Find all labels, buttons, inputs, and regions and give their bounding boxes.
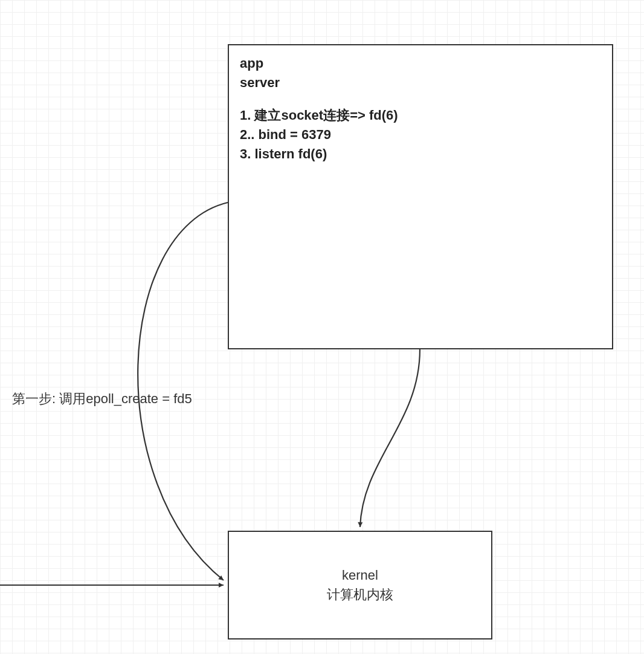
kernel-line-1: kernel [342, 566, 378, 585]
app-step-1: 1. 建立socket连接=> fd(6) [240, 106, 601, 125]
app-step-3: 3. listern fd(6) [240, 144, 601, 164]
spacer [240, 92, 601, 106]
app-step-2: 2.. bind = 6379 [240, 125, 601, 144]
diagram-canvas: app server 1. 建立socket连接=> fd(6) 2.. bin… [0, 0, 644, 654]
app-line-1: app [240, 54, 601, 73]
kernel-node: kernel 计算机内核 [228, 531, 492, 639]
app-server-node: app server 1. 建立socket连接=> fd(6) 2.. bin… [228, 44, 613, 349]
app-line-2: server [240, 73, 601, 92]
kernel-line-2: 计算机内核 [327, 585, 393, 604]
edge-label-step1: 第一步: 调用epoll_create = fd5 [12, 390, 192, 408]
